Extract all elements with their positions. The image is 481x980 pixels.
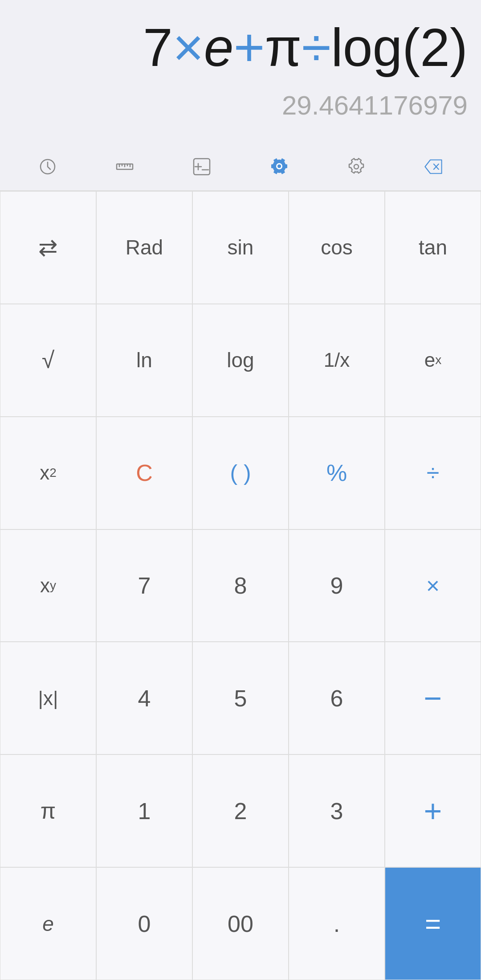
sin-key[interactable]: sin bbox=[192, 191, 289, 304]
expr-plus: + bbox=[233, 18, 265, 77]
power-key[interactable]: xy bbox=[0, 529, 96, 642]
one-key[interactable]: 1 bbox=[96, 754, 192, 867]
five-key[interactable]: 5 bbox=[192, 642, 289, 754]
decimal-key[interactable]: . bbox=[289, 867, 385, 980]
divide-key[interactable]: ÷ bbox=[385, 417, 481, 529]
six-key[interactable]: 6 bbox=[289, 642, 385, 754]
expr-log: log(2) bbox=[331, 18, 468, 77]
result: 29.4641176979 bbox=[282, 90, 468, 121]
ln-key[interactable]: ln bbox=[96, 304, 192, 417]
expr-times: × bbox=[173, 18, 204, 77]
square-key[interactable]: x2 bbox=[0, 417, 96, 529]
theme-icon[interactable] bbox=[264, 151, 295, 182]
toolbar bbox=[0, 143, 481, 191]
plusminus-icon[interactable] bbox=[186, 151, 217, 182]
svg-point-12 bbox=[277, 164, 281, 168]
shift-key[interactable]: ⇄ bbox=[0, 191, 96, 304]
svg-point-13 bbox=[354, 164, 359, 169]
pi-key[interactable]: π bbox=[0, 754, 96, 867]
seven-key[interactable]: 7 bbox=[96, 529, 192, 642]
expr-pi: π bbox=[265, 18, 302, 77]
exp-key[interactable]: ex bbox=[385, 304, 481, 417]
backspace-icon[interactable] bbox=[418, 151, 449, 182]
plus-key[interactable]: + bbox=[385, 754, 481, 867]
display-area: 7×e+π÷log(2) 29.4641176979 bbox=[0, 0, 481, 143]
ruler-icon[interactable] bbox=[109, 151, 140, 182]
settings-icon[interactable] bbox=[341, 151, 372, 182]
two-key[interactable]: 2 bbox=[192, 754, 289, 867]
doublezero-key[interactable]: 00 bbox=[192, 867, 289, 980]
expr-div: ÷ bbox=[302, 18, 331, 77]
tan-key[interactable]: tan bbox=[385, 191, 481, 304]
multiply-key[interactable]: × bbox=[385, 529, 481, 642]
abs-key[interactable]: |x| bbox=[0, 642, 96, 754]
keypad: ⇄ Rad sin cos tan √ ln log 1/x ex x2 C (… bbox=[0, 191, 481, 980]
paren-key[interactable]: ( ) bbox=[192, 417, 289, 529]
zero-key[interactable]: 0 bbox=[96, 867, 192, 980]
reciprocal-key[interactable]: 1/x bbox=[289, 304, 385, 417]
eight-key[interactable]: 8 bbox=[192, 529, 289, 642]
four-key[interactable]: 4 bbox=[96, 642, 192, 754]
equals-key[interactable]: = bbox=[385, 867, 481, 980]
expr-e: e bbox=[204, 18, 234, 77]
euler-key[interactable]: e bbox=[0, 867, 96, 980]
cos-key[interactable]: cos bbox=[289, 191, 385, 304]
expression: 7×e+π÷log(2) bbox=[143, 18, 468, 77]
three-key[interactable]: 3 bbox=[289, 754, 385, 867]
nine-key[interactable]: 9 bbox=[289, 529, 385, 642]
percent-key[interactable]: % bbox=[289, 417, 385, 529]
rad-key[interactable]: Rad bbox=[96, 191, 192, 304]
sqrt-key[interactable]: √ bbox=[0, 304, 96, 417]
expr-7: 7 bbox=[143, 18, 173, 77]
minus-key[interactable]: − bbox=[385, 642, 481, 754]
history-icon[interactable] bbox=[32, 151, 63, 182]
log-key[interactable]: log bbox=[192, 304, 289, 417]
clear-key[interactable]: C bbox=[96, 417, 192, 529]
